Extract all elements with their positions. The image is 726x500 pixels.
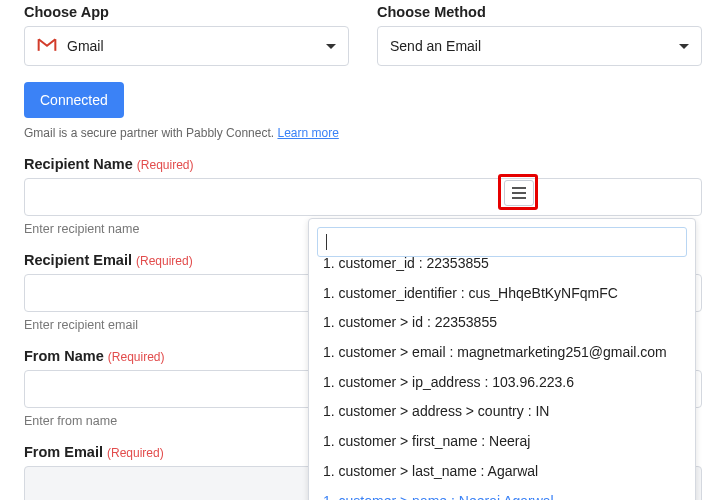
- dropdown-item[interactable]: 1. customer > name : Neeraj Agarwal: [309, 487, 695, 501]
- choose-app-value: Gmail: [67, 38, 104, 54]
- menu-icon: [512, 187, 526, 189]
- choose-method-label: Choose Method: [377, 4, 702, 20]
- connected-button[interactable]: Connected: [24, 82, 124, 118]
- dropdown-item[interactable]: 1. customer > last_name : Agarwal: [309, 457, 695, 487]
- caret-down-icon: [679, 44, 689, 49]
- choose-app-select[interactable]: Gmail: [24, 26, 349, 66]
- dropdown-item[interactable]: 1. customer_identifier : cus_HhqeBtKyNFq…: [309, 279, 695, 309]
- dropdown-item[interactable]: 1. customer > email : magnetmarketing251…: [309, 338, 695, 368]
- map-data-button[interactable]: [504, 180, 534, 206]
- recipient-name-label: Recipient Name (Required): [24, 156, 702, 172]
- learn-more-link[interactable]: Learn more: [277, 126, 338, 140]
- dropdown-item[interactable]: 1. customer > first_name : Neeraj: [309, 427, 695, 457]
- recipient-name-input[interactable]: [24, 178, 702, 216]
- dropdown-item[interactable]: 1. customer_id : 22353855: [309, 249, 695, 279]
- dropdown-item[interactable]: 1. customer > id : 22353855: [309, 308, 695, 338]
- dropdown-item[interactable]: 1. customer > ip_address : 103.96.223.6: [309, 368, 695, 398]
- partner-helper: Gmail is a secure partner with Pabbly Co…: [24, 126, 702, 140]
- choose-app-label: Choose App: [24, 4, 349, 20]
- caret-down-icon: [326, 44, 336, 49]
- gmail-icon: [37, 37, 57, 56]
- map-data-dropdown: 1. customer_id : 223538551. customer_ide…: [308, 218, 696, 500]
- choose-method-select[interactable]: Send an Email: [377, 26, 702, 66]
- choose-method-value: Send an Email: [390, 38, 481, 54]
- dropdown-item[interactable]: 1. customer > address > country : IN: [309, 397, 695, 427]
